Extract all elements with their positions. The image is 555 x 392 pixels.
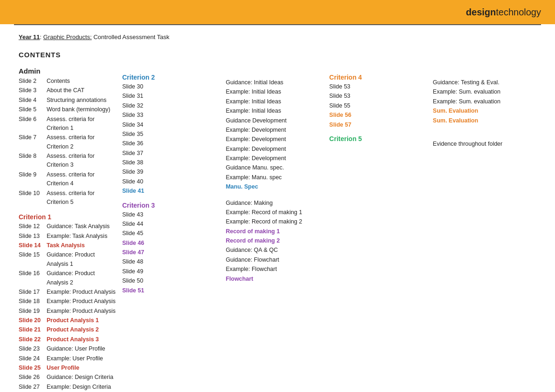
list-item: Slide 41 bbox=[122, 187, 221, 196]
slide-description: Example: Record of making 1 bbox=[226, 208, 302, 217]
slide-number: Slide 53 bbox=[329, 92, 354, 101]
slide-number: Slide 48 bbox=[122, 257, 146, 266]
slide-description: Example: Development bbox=[226, 145, 286, 154]
crit1-rows: Slide 12Guidance: Task AnalysisSlide 13E… bbox=[19, 222, 117, 392]
slide-description: Guidance Development bbox=[226, 116, 287, 125]
slide-number: Slide 24 bbox=[19, 354, 43, 363]
list-item: Slide 36 bbox=[122, 139, 221, 148]
list-item: Slide 3About the CAT bbox=[19, 86, 117, 95]
list-item: Slide 5Word bank (terminology) bbox=[19, 105, 117, 114]
column-1: Admin Slide 2ContentsSlide 3About the CA… bbox=[19, 67, 122, 392]
list-item: Slide 9Assess. criteria for Criterion 4 bbox=[19, 170, 117, 189]
list-item: Record of making 1 bbox=[226, 227, 324, 236]
slide-description: Example: Initial Ideas bbox=[226, 107, 281, 115]
slide-description: Assess. criteria for Criterion 1 bbox=[47, 115, 117, 133]
list-item: Guidance: Making bbox=[226, 199, 324, 208]
crit3-rows: Slide 43Slide 44Slide 45Slide 46Slide 47… bbox=[122, 210, 221, 295]
list-item: Example: Development bbox=[226, 126, 324, 135]
logo: designtechnology bbox=[466, 7, 541, 18]
list-item: Slide 40 bbox=[122, 177, 221, 186]
list-item: Slide 6Assess. criteria for Criterion 1 bbox=[19, 115, 117, 133]
list-item: Guidance: Testing & Eval. bbox=[433, 78, 532, 87]
list-item: Slide 4Structuring annotations bbox=[19, 96, 117, 105]
slide-number: Slide 30 bbox=[122, 82, 146, 91]
list-item: Slide 45 bbox=[122, 229, 221, 238]
list-item: Example: Flowchart bbox=[226, 265, 324, 274]
list-item: Slide 33 bbox=[122, 111, 221, 120]
slide-description: Example: Product Analysis bbox=[47, 288, 116, 297]
column-4: Criterion 4 Slide 53Slide 53Slide 55Slid… bbox=[329, 67, 433, 392]
slide-description: Guidance: Product Analysis 1 bbox=[47, 250, 117, 269]
slide-number: Slide 49 bbox=[122, 267, 146, 276]
list-item: Manu. Spec bbox=[226, 182, 324, 191]
list-item: Slide 43 bbox=[122, 210, 221, 219]
list-item: Guidance: Initial Ideas bbox=[226, 78, 324, 87]
slide-description: Structuring annotations bbox=[47, 96, 107, 105]
slide-description: Example: Manu. spec bbox=[226, 173, 281, 182]
list-item: Example: Record of making 1 bbox=[226, 208, 324, 217]
slide-description: Guidance: Design Criteria bbox=[47, 373, 113, 382]
list-item: Slide 13Example: Task Analysis bbox=[19, 232, 117, 241]
slide-number: Slide 8 bbox=[19, 152, 43, 170]
logo-design: design bbox=[466, 7, 496, 17]
slide-number: Slide 6 bbox=[19, 115, 43, 133]
list-item: Slide 26Guidance: Design Criteria bbox=[19, 373, 117, 382]
slide-number: Slide 34 bbox=[122, 121, 146, 129]
slide-description: Example: Product Analysis bbox=[47, 307, 116, 316]
list-item: Slide 12Guidance: Task Analysis bbox=[19, 222, 117, 231]
list-item: Slide 56 bbox=[329, 111, 428, 120]
slide-description: Example: Development bbox=[226, 154, 286, 163]
slide-number: Slide 19 bbox=[19, 307, 43, 316]
list-item: Slide 25User Profile bbox=[19, 364, 117, 372]
slide-number: Slide 45 bbox=[122, 229, 146, 238]
slide-description: Assess. criteria for Criterion 4 bbox=[47, 170, 117, 189]
slide-description: Manu. Spec bbox=[226, 182, 258, 191]
slide-number: Slide 16 bbox=[19, 269, 43, 287]
slide-number: Slide 12 bbox=[19, 222, 43, 231]
main-content: Year 11: Graphic Products: Controlled As… bbox=[0, 25, 555, 392]
slide-number: Slide 14 bbox=[19, 241, 43, 250]
slide-description: User Profile bbox=[47, 364, 79, 372]
slide-description: Assess. criteria for Criterion 3 bbox=[47, 152, 117, 170]
slide-description: Contents bbox=[47, 77, 70, 86]
slide-number: Slide 51 bbox=[122, 286, 146, 295]
slide-description: Guidance: Making bbox=[226, 199, 273, 208]
slide-number: Slide 22 bbox=[19, 335, 43, 344]
slide-number: Slide 20 bbox=[19, 316, 43, 325]
list-item: Slide 31 bbox=[122, 92, 221, 101]
slide-description: Product Analysis 1 bbox=[47, 316, 99, 325]
slide-number: Slide 21 bbox=[19, 325, 43, 334]
slide-description: Sum. Evaluation bbox=[433, 107, 478, 115]
slide-number: Slide 57 bbox=[329, 121, 354, 129]
list-item: Example: Initial Ideas bbox=[226, 107, 324, 115]
slide-description: Assess. criteria for Criterion 2 bbox=[47, 133, 117, 151]
criterion4-heading: Criterion 4 bbox=[329, 74, 428, 81]
slide-description: Example: Design Criteria bbox=[47, 383, 111, 392]
slide-number: Slide 15 bbox=[19, 250, 43, 269]
slide-number: Slide 46 bbox=[122, 239, 146, 248]
list-item: Slide 27Example: Design Criteria bbox=[19, 383, 117, 392]
list-item: Slide 44 bbox=[122, 220, 221, 229]
list-item: Slide 50 bbox=[122, 277, 221, 285]
list-item: Slide 35 bbox=[122, 130, 221, 139]
list-item: Guidance: QA & QC bbox=[226, 246, 324, 255]
list-item: Slide 47 bbox=[122, 248, 221, 257]
slide-number: Slide 4 bbox=[19, 96, 43, 105]
slide-number: Slide 2 bbox=[19, 77, 43, 86]
slide-description: Sum. Evaluation bbox=[433, 116, 478, 125]
list-item: Example: Development bbox=[226, 145, 324, 154]
column-5: Guidance: Testing & Eval.Example: Sum. e… bbox=[433, 67, 536, 392]
columns-wrapper: Admin Slide 2ContentsSlide 3About the CA… bbox=[19, 67, 536, 392]
list-item: Guidance Manu. spec. bbox=[226, 163, 324, 172]
list-item: Flowchart bbox=[226, 275, 324, 284]
list-item: Slide 37 bbox=[122, 149, 221, 158]
slide-description: Example: Initial Ideas bbox=[226, 97, 281, 106]
slide-number: Slide 17 bbox=[19, 288, 43, 297]
slide-description: Example: Product Analysis bbox=[47, 297, 116, 306]
slide-description: Guidance: User Profile bbox=[47, 345, 105, 353]
subtitle-middle: : Graphic Products: Controlled Assessmen… bbox=[40, 34, 170, 41]
slide-description: About the CAT bbox=[47, 86, 84, 95]
slide-number: Slide 41 bbox=[122, 187, 146, 196]
list-item: Evidence throughout folder bbox=[433, 140, 532, 149]
slide-description: Example: Task Analysis bbox=[47, 232, 107, 241]
